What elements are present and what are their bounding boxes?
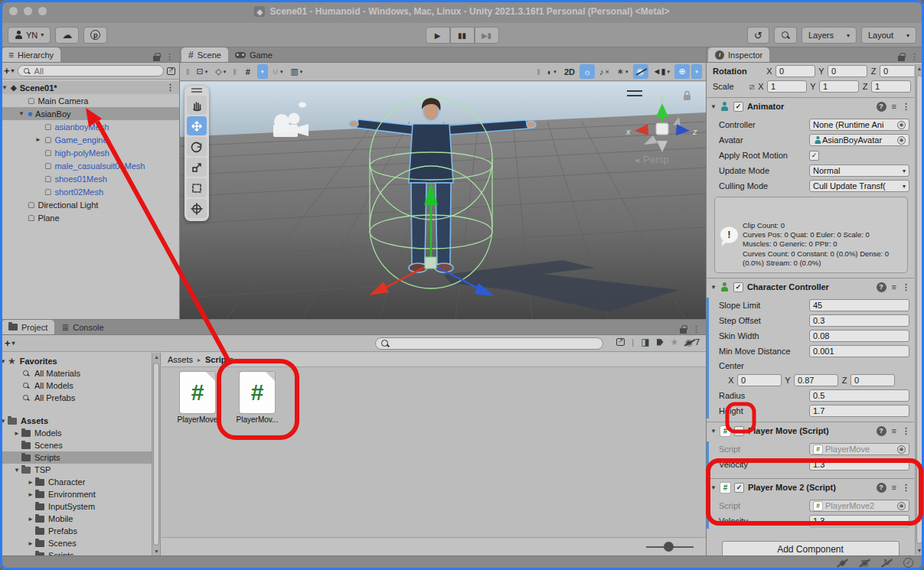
scene-lighting-toggle[interactable]: ☼ [580,64,595,79]
version-control-button[interactable]: p [83,27,107,44]
favorite-all-models[interactable]: All Models [0,379,160,392]
step-offset-field[interactable]: 0.3 [809,314,909,327]
object-picker-icon[interactable]: ◉ [897,445,906,454]
scale-y-field[interactable]: 1 [819,80,859,93]
favorite-all-prefabs[interactable]: All Prefabs [0,392,160,404]
hierarchy-item-shoes01mesh[interactable]: ▢ shoes01Mesh [0,172,179,185]
foldout-open-icon[interactable]: ▼ [14,467,20,474]
status-ok-icon[interactable]: ✓ [903,558,913,568]
transform-tool-button[interactable] [187,199,207,218]
slope-limit-field[interactable]: 45 [809,299,909,311]
favorites-header[interactable]: ▼ ★ Favorites [0,355,160,367]
close-window-button[interactable] [9,7,18,15]
snap-magnet-button[interactable]: ∪▾ [269,64,286,79]
open-search-window-icon[interactable] [616,338,625,346]
gizmos-toggle[interactable]: ⊕ [674,64,690,79]
hierarchy-item-scene01[interactable]: ▼ ◈ Scene01* ⋮ [0,81,179,94]
tab-game[interactable]: Game [228,47,279,62]
tree-inputsystem[interactable]: InputSystem [0,500,160,513]
tree-models[interactable]: ► Models [0,427,160,439]
player-move-script-field[interactable]: # PlayerMove ◉ [809,443,909,455]
player-move-velocity-field[interactable]: 1.3 [809,458,909,471]
player-move-enabled-checkbox[interactable] [734,426,744,436]
hierarchy-item-asianboymesh[interactable]: ▢ asianboyMesh [0,120,179,133]
foldout-closed-icon[interactable]: ► [14,430,20,437]
hierarchy-item-main-camera[interactable]: ▢ Main Camera [0,94,179,107]
pause-button[interactable]: ▮▮ [450,27,475,44]
kebab-menu-icon[interactable]: ⋮ [902,426,910,436]
foldout-open-icon[interactable]: ▼ [710,284,717,291]
foldout-open-icon[interactable]: ▼ [2,84,8,91]
kebab-menu-icon[interactable]: ⋮ [692,324,700,334]
step-button[interactable]: ▶▮ [475,27,499,44]
hierarchy-item-plane[interactable]: ▢ Plane [0,211,179,224]
kebab-menu-icon[interactable]: ⋮ [902,282,910,292]
foldout-open-icon[interactable]: ▼ [710,484,717,491]
center-z-field[interactable]: 0 [851,374,895,386]
save-search-icon[interactable]: ★ [671,337,679,347]
macos-traffic-lights[interactable] [9,7,47,15]
hierarchy-item-game-engine[interactable]: ► ▢ Game_engine [0,133,179,146]
scale-tool-button[interactable] [187,158,207,177]
tree-environment[interactable]: ► Environment [0,488,160,500]
rotate-tool-button[interactable] [187,137,207,156]
character-controller-enabled-checkbox[interactable] [733,282,743,292]
presets-icon[interactable]: ≡ [892,426,896,435]
tree-scenes[interactable]: Scenes [0,439,160,451]
audio-mute-toggle[interactable]: ♪× [596,64,612,79]
tree-scenes-child[interactable]: ► Scenes [0,537,160,549]
debugger-disabled-icon[interactable]: ◆ [837,558,848,568]
update-mode-dropdown[interactable]: Normal ▾ [809,164,909,177]
help-icon[interactable]: ? [877,426,886,436]
player-move-2-velocity-field[interactable]: 1.3 [809,515,909,527]
center-x-field[interactable]: 0 [737,374,782,386]
animator-component-header[interactable]: ▼ Animator ? ≡ ⋮ [707,97,914,115]
culling-mode-dropdown[interactable]: Cull Update Transf( ▾ [809,180,909,192]
scroll-down-arrow[interactable]: ▼ [154,549,159,554]
open-search-window-icon[interactable] [167,67,175,75]
layout-dropdown[interactable]: Layout ▾ [861,27,916,44]
kebab-menu-icon[interactable]: ⋮ [902,102,910,112]
object-picker-icon[interactable]: ◉ [897,121,906,129]
hierarchy-item-directional-light[interactable]: ▢ Directional Light [0,198,179,211]
rect-tool-button[interactable] [187,178,207,197]
help-icon[interactable]: ? [877,102,886,112]
effects-dropdown[interactable]: ∗▾ [614,64,632,79]
move-tool-button[interactable] [187,116,207,135]
rotation-x-field[interactable]: 0 [775,65,815,77]
kebab-menu-icon[interactable]: ⋮ [165,52,174,62]
rotation-z-field[interactable]: 0 [880,65,914,77]
favorite-all-materials[interactable]: All Materials [0,367,160,379]
asset-playermove[interactable]: # PlayerMove [171,372,224,424]
tab-scene[interactable]: # Scene [181,47,228,62]
create-asset-button[interactable]: +▾ [5,337,15,349]
controller-field[interactable]: None (Runtime Ani ◉ [809,119,909,131]
animator-enabled-checkbox[interactable] [733,102,743,112]
tree-scripts-child[interactable]: Scripts [0,549,160,555]
breadcrumb-scripts[interactable]: Scripts [205,355,233,364]
kebab-menu-icon[interactable]: ⋮ [166,83,175,93]
hidden-packages-toggle[interactable]: ◉ 7 [685,337,700,347]
breadcrumb-assets[interactable]: Assets [168,355,193,364]
hierarchy-item-short02mesh[interactable]: ▢ short02Mesh [0,185,179,198]
collab-disabled-icon[interactable]: ▣ [859,558,870,568]
tree-prefabs[interactable]: Prefabs [0,525,160,537]
hierarchy-item-asianboy[interactable]: ▼ ■ AsianBoy [0,107,179,120]
tree-mobile[interactable]: ► Mobile [0,513,160,525]
tool-handle-rotation-button[interactable]: ◇▾ [212,64,229,79]
center-y-field[interactable]: 0.87 [794,374,838,386]
account-button[interactable]: YN ▾ [8,27,51,44]
scale-x-field[interactable]: 1 [767,80,807,93]
camera-settings-dropdown[interactable]: ◄▮▾ [650,64,673,79]
min-move-distance-field[interactable]: 0.001 [809,345,909,357]
cloud-services-button[interactable]: ☁ [55,27,79,44]
kebab-menu-icon[interactable]: ⋮ [910,52,919,62]
tree-scripts[interactable]: Scripts [0,451,160,464]
rotation-y-field[interactable]: 0 [828,65,867,77]
scale-z-field[interactable]: 1 [871,80,911,93]
refresh-disabled-icon[interactable]: ↻ [881,558,893,568]
foldout-open-icon[interactable]: ▼ [0,358,6,365]
tree-character[interactable]: ► Character [0,476,160,488]
link-scale-icon[interactable]: ⧄ [749,82,755,92]
search-button[interactable] [774,27,797,44]
